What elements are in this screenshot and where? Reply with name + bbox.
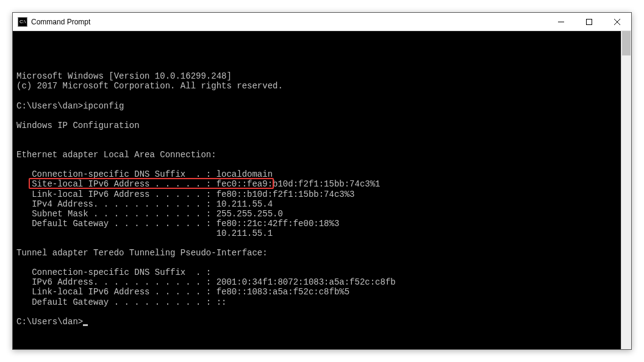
terminal-line: Connection-specific DNS Suffix . : [16,268,631,277]
scrollbar-thumb[interactable] [622,31,631,55]
maximize-button[interactable] [575,13,603,31]
titlebar[interactable]: C:\ Command Prompt [13,13,631,31]
cursor [83,324,88,326]
terminal-line: 10.211.55.1 [16,229,631,238]
terminal-line [16,307,631,317]
terminal-line: Default Gateway . . . . . . . . . : :: [16,297,631,307]
terminal-line: C:\Users\dan> [16,317,631,327]
terminal-line: Microsoft Windows [Version 10.0.16299.24… [16,71,631,81]
window-controls [547,13,631,30]
terminal-line: Link-local IPv6 Address . . . . . : fe80… [16,287,631,297]
terminal-line: C:\Users\dan>ipconfig [16,101,631,111]
minimize-icon [558,19,564,25]
terminal-line [16,130,631,140]
terminal-line: IPv4 Address. . . . . . . . . . . : 10.2… [16,199,631,209]
terminal-area[interactable]: Microsoft Windows [Version 10.0.16299.24… [13,31,631,349]
maximize-icon [586,19,592,25]
terminal-line: Default Gateway . . . . . . . . . : fe80… [16,219,631,229]
terminal-line [16,91,631,101]
terminal-line: Subnet Mask . . . . . . . . . . . : 255.… [16,209,631,219]
terminal-line: Ethernet adapter Local Area Connection: [16,150,631,160]
terminal-line: Windows IP Configuration [16,121,631,130]
terminal-line: Tunnel adapter Teredo Tunneling Pseudo-I… [16,248,631,258]
terminal-line [16,111,631,121]
command-prompt-window: C:\ Command Prompt Microsoft Windows [Ve… [12,12,632,350]
cmd-icon: C:\ [18,17,27,27]
terminal-line [16,238,631,248]
window-title: Command Prompt [31,18,547,26]
vertical-scrollbar[interactable] [621,31,631,349]
terminal-line [16,140,631,150]
terminal-line: (c) 2017 Microsoft Corporation. All righ… [16,81,631,91]
close-icon [614,19,620,25]
terminal-content: Microsoft Windows [Version 10.0.16299.24… [16,52,631,349]
minimize-button[interactable] [547,13,575,31]
terminal-line: IPv6 Address. . . . . . . . . . . : 2001… [16,277,631,287]
terminal-line: Connection-specific DNS Suffix . : local… [16,169,631,179]
svg-rect-1 [587,20,592,25]
close-button[interactable] [603,13,631,31]
terminal-line: Site-local IPv6 Address . . . . . : fec0… [16,179,631,189]
terminal-line: Link-local IPv6 Address . . . . . : fe80… [16,190,631,199]
terminal-line [16,160,631,169]
terminal-line [16,258,631,268]
